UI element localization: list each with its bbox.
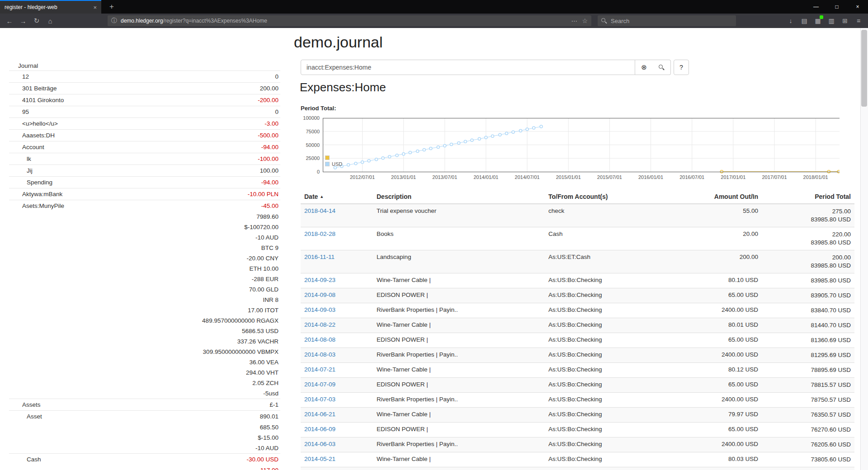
cell-amount: 20.00 bbox=[680, 227, 762, 250]
header-period-total: Period Total bbox=[762, 190, 854, 204]
window-maximize-button[interactable]: □ bbox=[826, 0, 847, 14]
register-date-link[interactable]: 2014-09-23 bbox=[304, 277, 335, 283]
home-icon[interactable]: ⌂ bbox=[43, 14, 57, 28]
extension-icon[interactable]: ▦ bbox=[811, 14, 825, 28]
account-link[interactable]: 4101 Girokonto bbox=[22, 97, 64, 103]
register-date-link[interactable]: 2014-08-03 bbox=[304, 351, 335, 358]
bookmark-star-icon[interactable]: ☆ bbox=[582, 17, 588, 24]
account-balance: -5usd bbox=[263, 390, 280, 397]
register-row: 2014-08-08EDISON POWER |As:US:Bo:Checkin… bbox=[301, 333, 854, 348]
new-tab-button[interactable]: + bbox=[105, 0, 118, 14]
register-date-link[interactable]: 2014-09-08 bbox=[304, 291, 335, 298]
sidebar-account-row: Asets:MunyPile-45.00 bbox=[9, 200, 280, 212]
period-total-line: 81295.69 USD bbox=[765, 351, 851, 359]
register-date-link[interactable]: 2014-09-03 bbox=[304, 306, 335, 313]
url-bar[interactable]: ⓘ demo.hledger.org/register?q=inacct%3AE… bbox=[108, 15, 591, 26]
chart-title: Period Total: bbox=[301, 105, 336, 112]
sidebar-balance-row: BTC 9 bbox=[9, 243, 280, 253]
account-balance: -45.00 bbox=[261, 202, 280, 209]
window-close-button[interactable]: × bbox=[847, 0, 868, 14]
account-link[interactable]: Aaasets:DH bbox=[22, 132, 55, 139]
window-minimize-button[interactable]: — bbox=[806, 0, 826, 14]
register-date-link[interactable]: 2016-11-11 bbox=[304, 254, 335, 260]
scrollbar-thumb[interactable] bbox=[861, 30, 867, 107]
downloads-icon[interactable]: ↓ bbox=[784, 14, 797, 28]
clear-query-button[interactable]: ⊗ bbox=[635, 60, 653, 75]
account-link[interactable]: 12 bbox=[22, 73, 29, 80]
account-link[interactable]: <u>hello</u> bbox=[22, 120, 58, 127]
register-date-link[interactable]: 2014-06-09 bbox=[304, 426, 335, 432]
account-balance: -117.00 bbox=[258, 467, 280, 470]
back-icon[interactable]: ← bbox=[3, 14, 16, 28]
site-info-icon[interactable]: ⓘ bbox=[111, 17, 117, 25]
register-chart: 2012/07/012013/01/012013/07/012014/01/01… bbox=[301, 115, 840, 183]
sidebar-balance-row: INR 8 bbox=[9, 295, 280, 305]
cell-period-total: 73805.60 USD bbox=[762, 452, 854, 467]
account-link[interactable]: 301 Beiträge bbox=[22, 85, 57, 92]
account-link[interactable]: Asets:MunyPile bbox=[22, 202, 64, 209]
account-link[interactable]: Aktywa:mBank bbox=[22, 191, 62, 197]
grid-icon[interactable]: ⊞ bbox=[838, 14, 852, 28]
sidebar-toggle-icon[interactable]: ▥ bbox=[825, 14, 838, 28]
library-icon[interactable]: ▤ bbox=[797, 14, 811, 28]
cell-description: Trial expense voucher bbox=[373, 204, 545, 227]
register-row: 2014-08-03RiverBank Properties | Payin..… bbox=[301, 348, 854, 363]
account-link[interactable]: Asset bbox=[27, 413, 42, 420]
account-link[interactable]: Account bbox=[22, 144, 44, 150]
account-link[interactable]: Assets bbox=[22, 401, 41, 408]
account-balance: 0 bbox=[275, 108, 280, 115]
period-total-line: 83905.70 USD bbox=[765, 291, 851, 300]
register-date-link[interactable]: 2014-07-21 bbox=[304, 366, 335, 373]
register-date-link[interactable]: 2014-08-22 bbox=[304, 321, 335, 328]
account-balance: BTC 9 bbox=[261, 244, 280, 251]
account-link[interactable]: Spending bbox=[27, 179, 52, 186]
register-date-link[interactable]: 2014-06-03 bbox=[304, 441, 335, 447]
query-input[interactable] bbox=[301, 60, 635, 75]
register-date-link[interactable]: 2014-05-21 bbox=[304, 456, 335, 462]
page-title: demo.journal bbox=[294, 33, 383, 51]
tab-close-icon[interactable]: × bbox=[93, 4, 97, 11]
cell-date: 2014-05-08 bbox=[301, 467, 373, 470]
sidebar-balance-row: 36.00 VEA bbox=[9, 357, 280, 367]
account-balance: 2.05 ZCH bbox=[252, 380, 280, 386]
account-balance: $-15.00 bbox=[258, 434, 280, 441]
chart-legend-item: USD bbox=[325, 161, 342, 167]
sidebar-accounts: Journal120301 Beiträge200.004101 Girokon… bbox=[9, 61, 280, 470]
sidebar-journal-heading[interactable]: Journal bbox=[9, 61, 280, 70]
register-date-link[interactable]: 2014-07-09 bbox=[304, 381, 335, 388]
reload-icon[interactable]: ↻ bbox=[30, 14, 43, 28]
register-date-link[interactable]: 2014-06-21 bbox=[304, 411, 335, 418]
sidebar-balance-row: -288 EUR bbox=[9, 274, 280, 284]
header-date[interactable]: Date▲ bbox=[301, 190, 373, 204]
period-total-line: 73805.60 USD bbox=[765, 456, 851, 464]
register-date-link[interactable]: 2018-02-28 bbox=[304, 230, 335, 237]
account-balance: 100.00 bbox=[260, 167, 280, 174]
account-link[interactable]: lk bbox=[27, 155, 31, 162]
account-link[interactable]: 95 bbox=[22, 108, 29, 115]
register-date-link[interactable]: 2014-07-03 bbox=[304, 396, 335, 403]
search-button[interactable] bbox=[653, 60, 671, 75]
page-actions-icon[interactable]: ⋯ bbox=[571, 17, 577, 24]
menu-icon[interactable]: ≡ bbox=[852, 14, 865, 28]
page-scrollbar[interactable] bbox=[860, 28, 868, 470]
cell-period-total: 83985.80 USD bbox=[762, 273, 854, 288]
cell-description: Wine-Tarner Cable | bbox=[373, 318, 545, 333]
sidebar-account-row: lk-100.00 bbox=[9, 153, 280, 164]
help-button[interactable]: ? bbox=[674, 60, 689, 75]
register-date-link[interactable]: 2018-04-14 bbox=[304, 207, 335, 214]
cell-date: 2014-09-23 bbox=[301, 273, 373, 288]
register-date-link[interactable]: 2014-08-08 bbox=[304, 336, 335, 343]
cell-date: 2014-08-03 bbox=[301, 348, 373, 363]
cell-period-total: 81295.69 USD bbox=[762, 348, 854, 363]
account-balance: 17.00 ITOT bbox=[248, 307, 280, 314]
cell-amount: 65.00 USD bbox=[680, 378, 762, 393]
account-link[interactable]: Cash bbox=[27, 456, 41, 463]
forward-icon[interactable]: → bbox=[16, 14, 30, 28]
period-total-line: 76270.60 USD bbox=[765, 426, 851, 434]
browser-search-field[interactable]: Search bbox=[598, 15, 736, 26]
account-balance: -3.00 bbox=[264, 120, 280, 127]
browser-tab[interactable]: register - hledger-web × bbox=[0, 0, 101, 14]
account-link[interactable]: Jij bbox=[27, 167, 33, 174]
svg-text:2016/01/01: 2016/01/01 bbox=[638, 174, 663, 180]
svg-text:75000: 75000 bbox=[306, 129, 320, 134]
